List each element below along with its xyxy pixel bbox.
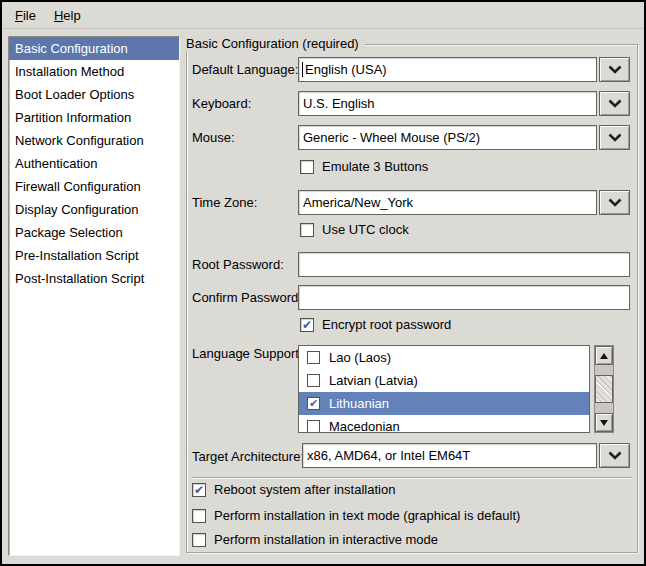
language-lithuanian-label: Lithuanian [329, 396, 389, 411]
sidebar-item-basic-configuration[interactable]: Basic Configuration [9, 37, 179, 60]
default-language-combobox [298, 57, 630, 82]
language-support-label: Language Support: [192, 346, 303, 362]
language-lao-checkbox[interactable] [307, 351, 320, 364]
language-row-lao[interactable]: Lao (Laos) [299, 346, 589, 369]
menubar: File Help [2, 2, 644, 29]
language-latvian-checkbox[interactable] [307, 374, 320, 387]
emulate-3-buttons-label: Emulate 3 Buttons [322, 159, 428, 175]
mouse-label: Mouse: [192, 130, 235, 146]
keyboard-input[interactable] [298, 91, 597, 116]
use-utc-clock-label: Use UTC clock [322, 222, 409, 238]
language-list-scrollbar[interactable] [594, 345, 614, 433]
chevron-down-icon [608, 99, 622, 108]
interactive-mode-install-checkbox[interactable] [192, 533, 206, 547]
sidebar-item-boot-loader-options[interactable]: Boot Loader Options [9, 83, 179, 106]
scrollbar-thumb[interactable] [595, 375, 613, 403]
scroll-up-button[interactable] [595, 346, 613, 365]
time-zone-input[interactable] [298, 190, 597, 215]
mouse-input[interactable] [298, 125, 597, 150]
menu-file-rest: ile [23, 8, 36, 23]
sidebar-item-installation-method[interactable]: Installation Method [9, 60, 179, 83]
target-architecture-dropdown-button[interactable] [599, 443, 630, 468]
root-password-label: Root Password: [192, 257, 284, 273]
target-architecture-label: Target Architecture: [192, 449, 304, 465]
default-language-input[interactable] [298, 57, 597, 82]
chevron-down-icon [608, 198, 622, 207]
language-row-lithuanian[interactable]: Lithuanian [299, 392, 589, 415]
reboot-after-install-label: Reboot system after installation [214, 482, 395, 498]
reboot-after-install-checkbox[interactable] [192, 483, 206, 497]
menu-file[interactable]: File [6, 5, 45, 26]
emulate-3-buttons-checkbox[interactable] [300, 160, 314, 174]
kickstart-configurator-window: File Help Basic Configuration Installati… [0, 0, 646, 566]
time-zone-dropdown-button[interactable] [599, 190, 630, 215]
keyboard-label: Keyboard: [192, 96, 251, 112]
language-lithuanian-checkbox[interactable] [307, 397, 320, 410]
text-mode-install-label: Perform installation in text mode (graph… [214, 508, 520, 524]
encrypt-root-password-label: Encrypt root password [322, 317, 451, 333]
chevron-down-icon [608, 65, 622, 74]
root-password-field[interactable] [298, 252, 630, 277]
language-macedonian-checkbox[interactable] [307, 420, 320, 433]
default-language-label: Default Language: [192, 62, 298, 78]
sidebar-item-package-selection[interactable]: Package Selection [9, 221, 179, 244]
language-macedonian-label: Macedonian [329, 419, 400, 433]
arrow-down-icon [600, 420, 608, 426]
chevron-down-icon [608, 451, 622, 460]
language-row-latvian[interactable]: Latvian (Latvia) [299, 369, 589, 392]
arrow-up-icon [600, 353, 608, 359]
sidebar-item-authentication[interactable]: Authentication [9, 152, 179, 175]
text-mode-install-checkbox[interactable] [192, 509, 206, 523]
sidebar-item-display-configuration[interactable]: Display Configuration [9, 198, 179, 221]
language-lao-label: Lao (Laos) [329, 350, 391, 365]
confirm-password-field[interactable] [298, 285, 630, 310]
sidebar-item-post-installation-script[interactable]: Post-Installation Script [9, 267, 179, 290]
frame-title: Basic Configuration (required) [186, 36, 365, 52]
sidebar-item-firewall-configuration[interactable]: Firewall Configuration [9, 175, 179, 198]
sidebar-item-network-configuration[interactable]: Network Configuration [9, 129, 179, 152]
menu-help-mnemonic: H [54, 8, 63, 23]
text-caret [302, 62, 303, 77]
mouse-dropdown-button[interactable] [599, 125, 630, 150]
encrypt-root-password-checkbox[interactable] [300, 318, 314, 332]
sidebar-item-partition-information[interactable]: Partition Information [9, 106, 179, 129]
keyboard-dropdown-button[interactable] [599, 91, 630, 116]
menu-file-mnemonic: F [15, 8, 23, 23]
interactive-mode-install-label: Perform installation in interactive mode [214, 532, 438, 548]
language-row-macedonian[interactable]: Macedonian [299, 415, 589, 433]
menu-help-rest: elp [63, 8, 80, 23]
section-list: Basic Configuration Installation Method … [8, 36, 180, 556]
language-support-list: Lao (Laos) Latvian (Latvia) Lithuanian M… [298, 345, 590, 433]
time-zone-label: Time Zone: [192, 195, 257, 211]
use-utc-clock-checkbox[interactable] [300, 223, 314, 237]
menu-help[interactable]: Help [45, 5, 90, 26]
time-zone-combobox [298, 190, 630, 215]
chevron-down-icon [608, 133, 622, 142]
target-architecture-input[interactable] [302, 443, 597, 468]
scroll-down-button[interactable] [595, 413, 613, 432]
default-language-dropdown-button[interactable] [599, 57, 630, 82]
keyboard-combobox [298, 91, 630, 116]
horizontal-separator [192, 477, 632, 479]
confirm-password-label: Confirm Password: [192, 290, 302, 306]
language-latvian-label: Latvian (Latvia) [329, 373, 418, 388]
sidebar-item-pre-installation-script[interactable]: Pre-Installation Script [9, 244, 179, 267]
mouse-combobox [298, 125, 630, 150]
target-architecture-combobox [302, 443, 630, 468]
